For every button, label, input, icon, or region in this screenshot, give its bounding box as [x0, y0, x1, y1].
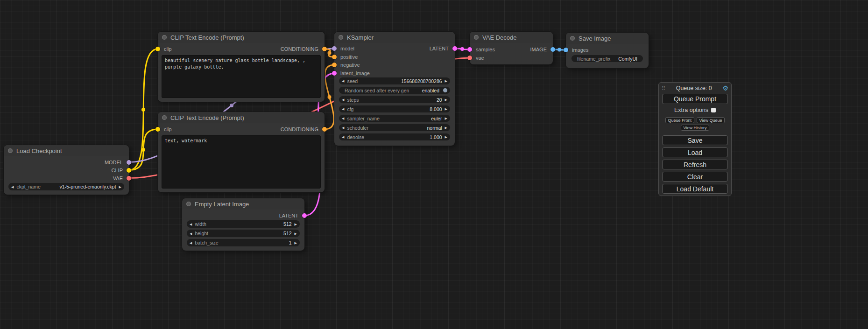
- random-seed-toggle-widget[interactable]: Random seed after every gen enabled: [339, 87, 450, 94]
- slot-dot-latent-output[interactable]: [452, 46, 457, 51]
- output-slot-clip[interactable]: CLIP: [112, 167, 123, 174]
- node-title-bar[interactable]: CLIP Text Encode (Prompt): [158, 112, 325, 123]
- slot-dot-vae-input[interactable]: [467, 56, 472, 60]
- slot-dot-positive-input[interactable]: [332, 55, 337, 59]
- prompt-text-area[interactable]: beautiful scenery nature glass bottle la…: [162, 55, 321, 98]
- view-history-button[interactable]: View History: [681, 125, 710, 131]
- node-title-bar[interactable]: Load Checkpoint: [4, 145, 129, 156]
- slot-dot-conditioning-output[interactable]: [322, 127, 327, 132]
- arrow-right-icon[interactable]: ▶: [445, 96, 447, 103]
- denoise-widget[interactable]: ◀ denoise 1.000 ▶: [339, 133, 450, 140]
- toggle-dot-icon[interactable]: [443, 88, 447, 92]
- output-slot-image[interactable]: IMAGE: [530, 46, 547, 53]
- arrow-left-icon[interactable]: ◀: [342, 96, 344, 103]
- slot-dot-samples-input[interactable]: [467, 47, 472, 52]
- node-load-checkpoint[interactable]: Load Checkpoint MODEL CLIP VAE ◀ ckpt_na…: [4, 145, 129, 195]
- arrow-left-icon[interactable]: ◀: [190, 239, 192, 246]
- input-slot-clip[interactable]: clip: [164, 126, 172, 133]
- steps-widget[interactable]: ◀ steps 20 ▶: [339, 96, 450, 103]
- clear-button[interactable]: Clear: [662, 172, 728, 182]
- input-slot-latent-image[interactable]: latent_image: [340, 70, 370, 77]
- output-slot-model[interactable]: MODEL: [105, 159, 123, 166]
- arrow-right-icon[interactable]: ▶: [445, 133, 447, 140]
- node-empty-latent-image[interactable]: Empty Latent Image LATENT ◀ width 512 ▶ …: [182, 198, 304, 251]
- filename-prefix-widget[interactable]: filename_prefix ComfyUI: [572, 55, 643, 62]
- arrow-left-icon[interactable]: ◀: [342, 124, 344, 131]
- slot-dot-vae-output[interactable]: [127, 176, 131, 181]
- slot-dot-model-output[interactable]: [127, 160, 131, 165]
- refresh-button[interactable]: Refresh: [662, 160, 728, 169]
- node-title-bar[interactable]: Empty Latent Image: [182, 198, 304, 210]
- arrow-right-icon[interactable]: ▶: [445, 105, 447, 112]
- seed-widget[interactable]: ◀ seed 156680208700286 ▶: [339, 77, 450, 84]
- drag-handle-icon[interactable]: ⠿: [662, 85, 665, 91]
- cfg-widget[interactable]: ◀ cfg 8.000 ▶: [339, 105, 450, 112]
- output-slot-conditioning[interactable]: CONDITIONING: [281, 45, 318, 53]
- height-widget[interactable]: ◀ height 512 ▶: [187, 230, 300, 237]
- input-slot-negative[interactable]: negative: [340, 61, 360, 69]
- output-slot-conditioning[interactable]: CONDITIONING: [281, 126, 318, 133]
- node-ksampler[interactable]: KSampler model positive negative latent_…: [334, 32, 455, 146]
- node-title-bar[interactable]: CLIP Text Encode (Prompt): [158, 32, 325, 43]
- arrow-left-icon[interactable]: ◀: [190, 230, 192, 237]
- load-default-button[interactable]: Load Default: [662, 184, 728, 194]
- node-clip-text-encode-positive[interactable]: CLIP Text Encode (Prompt) clip CONDITION…: [158, 32, 325, 102]
- slot-dot-images-input[interactable]: [564, 48, 568, 52]
- save-button[interactable]: Save: [662, 135, 728, 145]
- input-slot-clip[interactable]: clip: [164, 45, 172, 53]
- arrow-left-icon[interactable]: ◀: [11, 183, 14, 190]
- extra-options-checkbox[interactable]: [711, 108, 716, 112]
- slot-dot-model-input[interactable]: [332, 46, 337, 51]
- slot-dot-clip-input[interactable]: [155, 127, 160, 132]
- collapse-dot-icon[interactable]: [570, 36, 575, 41]
- input-slot-positive[interactable]: positive: [340, 53, 358, 61]
- arrow-left-icon[interactable]: ◀: [342, 77, 344, 84]
- node-clip-text-encode-negative[interactable]: CLIP Text Encode (Prompt) clip CONDITION…: [158, 112, 325, 192]
- width-widget[interactable]: ◀ width 512 ▶: [187, 220, 300, 228]
- queue-prompt-button[interactable]: Queue Prompt: [662, 94, 728, 104]
- input-slot-model[interactable]: model: [340, 45, 354, 52]
- slot-dot-clip-output[interactable]: [127, 168, 131, 173]
- arrow-left-icon[interactable]: ◀: [190, 221, 192, 228]
- scheduler-widget[interactable]: ◀ scheduler normal ▶: [339, 124, 450, 131]
- slot-dot-negative-input[interactable]: [332, 63, 337, 67]
- collapse-dot-icon[interactable]: [8, 148, 13, 153]
- collapse-dot-icon[interactable]: [339, 35, 343, 40]
- settings-gear-icon[interactable]: ⚙: [722, 84, 728, 92]
- input-slot-vae[interactable]: vae: [476, 54, 484, 62]
- slot-dot-image-output[interactable]: [550, 47, 555, 52]
- collapse-dot-icon[interactable]: [162, 115, 167, 120]
- slot-dot-latent-image-input[interactable]: [332, 71, 337, 76]
- arrow-right-icon[interactable]: ▶: [119, 183, 121, 190]
- collapse-dot-icon[interactable]: [474, 35, 479, 40]
- output-slot-latent[interactable]: LATENT: [279, 212, 298, 219]
- sampler-name-widget[interactable]: ◀ sampler_name euler ▶: [339, 115, 450, 122]
- arrow-left-icon[interactable]: ◀: [342, 105, 344, 112]
- arrow-left-icon[interactable]: ◀: [342, 115, 344, 122]
- node-vae-decode[interactable]: VAE Decode samples vae IMAGE: [470, 32, 553, 64]
- node-graph-canvas[interactable]: Load Checkpoint MODEL CLIP VAE ◀ ckpt_na…: [0, 0, 868, 329]
- batch-size-widget[interactable]: ◀ batch_size 1 ▶: [187, 239, 300, 246]
- arrow-right-icon[interactable]: ▶: [295, 239, 297, 246]
- output-slot-vae[interactable]: VAE: [113, 175, 123, 182]
- slot-dot-latent-output[interactable]: [302, 213, 307, 218]
- input-slot-samples[interactable]: samples: [476, 46, 495, 53]
- arrow-right-icon[interactable]: ▶: [295, 230, 297, 237]
- prompt-text-area[interactable]: text, watermark: [162, 135, 321, 189]
- node-title-bar[interactable]: Save Image: [566, 33, 649, 44]
- arrow-right-icon[interactable]: ▶: [295, 221, 297, 228]
- arrow-right-icon[interactable]: ▶: [445, 77, 447, 84]
- collapse-dot-icon[interactable]: [162, 35, 167, 40]
- load-button[interactable]: Load: [662, 147, 728, 157]
- node-save-image[interactable]: Save Image images filename_prefix ComfyU…: [566, 33, 649, 68]
- arrow-right-icon[interactable]: ▶: [445, 124, 447, 131]
- node-title-bar[interactable]: KSampler: [334, 32, 455, 43]
- collapse-dot-icon[interactable]: [186, 202, 191, 206]
- slot-dot-clip-input[interactable]: [155, 47, 160, 51]
- ckpt-name-widget[interactable]: ◀ ckpt_name v1-5-pruned-emaonly.ckpt ▶: [8, 183, 124, 190]
- node-title-bar[interactable]: VAE Decode: [470, 32, 553, 43]
- arrow-right-icon[interactable]: ▶: [445, 115, 447, 122]
- input-slot-images[interactable]: images: [572, 46, 588, 54]
- output-slot-latent[interactable]: LATENT: [430, 45, 449, 52]
- slot-dot-conditioning-output[interactable]: [322, 47, 327, 51]
